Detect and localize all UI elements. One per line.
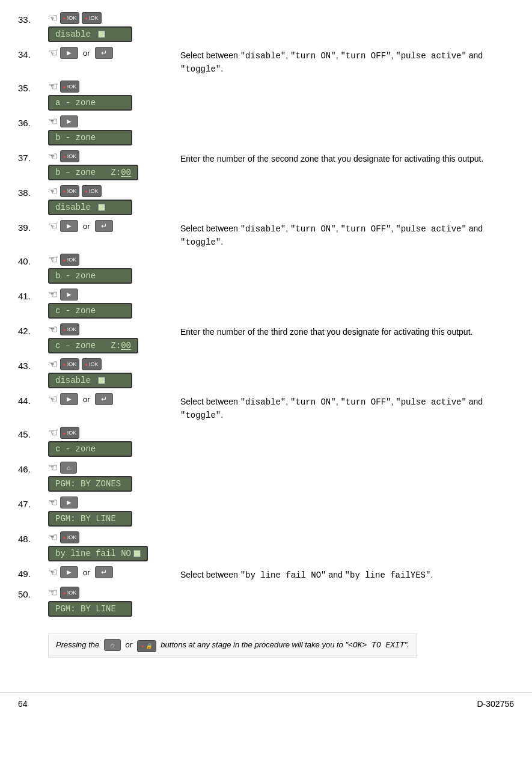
lcd-display-37: b – zone Z:00 [48,165,138,180]
step-widget-48: ☜ ● IOK by line fail NO [48,531,168,561]
finger-icon: ☜ [48,324,58,335]
note-home-button[interactable]: ⌂ [104,639,121,651]
enter-button[interactable]: ↵ [95,220,113,232]
arrow-right-button[interactable]: ► [60,220,78,232]
step-desc-34: Select between "disable", "turn ON", "tu… [168,47,514,76]
step-widget-44: ☜ ► or ↵ [48,393,168,406]
arrow-right-button[interactable]: ► [60,115,78,127]
ok-button[interactable]: ● IOK [60,587,79,599]
step-number-42: 42. [18,323,48,336]
checkbox-icon [98,377,105,384]
ok-button[interactable]: ● IOK [60,531,79,543]
note-lock-button[interactable]: ● 🔒 [137,640,156,652]
enter-button[interactable]: ↵ [95,393,113,405]
arrow-right-button[interactable]: ► [60,289,78,301]
ok-button-1[interactable]: ● IOK [60,358,79,370]
finger-icon: ☜ [48,81,58,92]
finger-icon: ☜ [48,221,58,231]
checkbox-icon [133,550,141,557]
home-button[interactable]: ⌂ [60,462,77,474]
finger-icon: ☜ [48,497,58,508]
step-number-44: 44. [18,393,48,406]
step-38: 38. ☜ ● IOK ● IOK disable [18,185,514,215]
icon-row-44: ☜ ► or ↵ [48,393,113,405]
arrow-right-button[interactable]: ► [60,47,78,59]
finger-icon: ☜ [48,359,58,370]
finger-icon: ☜ [48,151,58,162]
footer: 64 D-302756 [0,692,532,709]
lcd-display-45: c - zone [48,441,132,457]
step-37: 37. ☜ ● IOK b – zone Z:00 Enter the numb… [18,150,514,180]
step-number-36: 36. [18,115,48,128]
ok-button[interactable]: ● IOK [60,150,79,162]
ok-button-1[interactable]: ● IOK [60,12,79,24]
step-desc-42: Enter the number of the third zone that … [168,323,514,338]
finger-icon: ☜ [48,462,58,473]
step-39: 39. ☜ ► or ↵ Select between "disable", "… [18,220,514,249]
step-50: 50. ☜ ● IOK PGM: BY LINE [18,587,514,617]
step-desc-46 [168,462,514,464]
step-widget-41: ☜ ► c - zone [48,289,168,319]
lcd-display-38: disable [48,200,132,215]
step-widget-36: ☜ ► b - zone [48,115,168,145]
step-widget-49: ☜ ► or ↵ [48,566,168,579]
arrow-right-button[interactable]: ► [60,496,78,509]
step-desc-45 [168,427,514,429]
lcd-display-47: PGM: BY LINE [48,511,132,527]
step-desc-47 [168,496,514,499]
step-36: 36. ☜ ► b - zone [18,115,514,145]
step-43: 43. ☜ ● IOK ● IOK disable [18,358,514,388]
ok-button-1[interactable]: ● IOK [60,185,79,197]
step-number-41: 41. [18,289,48,301]
icon-row-39: ☜ ► or ↵ [48,220,113,232]
step-desc-39: Select between "disable", "turn ON", "tu… [168,220,514,249]
step-desc-50 [168,587,514,589]
step-desc-48 [168,531,514,534]
ok-button[interactable]: ● IOK [60,427,79,439]
finger-icon: ☜ [48,186,58,197]
finger-icon: ☜ [48,567,58,578]
step-widget-38: ☜ ● IOK ● IOK disable [48,185,168,215]
ok-button[interactable]: ● IOK [60,323,79,335]
icon-row-42: ☜ ● IOK [48,323,79,335]
step-33: 33. ☜ ● IOK ● IOK disable [18,12,514,42]
step-desc-43 [168,358,514,361]
icon-row-40: ☜ ● IOK [48,254,79,266]
step-widget-43: ☜ ● IOK ● IOK disable [48,358,168,388]
step-desc-40 [168,254,514,256]
lcd-display-33: disable [48,26,132,42]
step-44: 44. ☜ ► or ↵ Select between "disable", "… [18,393,514,422]
arrow-right-button[interactable]: ► [60,566,78,578]
ok-button-2[interactable]: ● IOK [82,358,101,370]
step-widget-46: ☜ ⌂ PGM: BY ZONES [48,462,168,492]
finger-icon: ☜ [48,47,58,58]
enter-button[interactable]: ↵ [95,566,113,578]
checkbox-icon [98,204,105,211]
or-label: or [83,395,90,404]
icon-row-50: ☜ ● IOK [48,587,79,599]
or-label: or [83,568,90,577]
lcd-display-43: disable [48,373,132,388]
finger-icon: ☜ [48,427,58,438]
enter-button[interactable]: ↵ [95,47,113,59]
step-widget-40: ☜ ● IOK b - zone [48,254,168,284]
finger-icon: ☜ [48,532,58,543]
ok-button[interactable]: ● IOK [60,254,79,266]
icon-row-33: ☜ ● IOK ● IOK [48,12,102,24]
ok-button-2[interactable]: ● IOK [82,185,101,197]
step-number-33: 33. [18,12,48,25]
step-46: 46. ☜ ⌂ PGM: BY ZONES [18,462,514,492]
step-widget-50: ☜ ● IOK PGM: BY LINE [48,587,168,617]
lcd-display-48: by line fail NO [48,546,148,561]
step-number-46: 46. [18,462,48,474]
ok-button-2[interactable]: ● IOK [82,12,101,24]
arrow-right-button[interactable]: ► [60,393,78,405]
finger-icon: ☜ [48,289,58,300]
ok-button[interactable]: ● IOK [60,81,79,93]
lcd-display-40: b - zone [48,268,132,284]
icon-row-45: ☜ ● IOK [48,427,79,439]
step-number-43: 43. [18,358,48,371]
step-40: 40. ☜ ● IOK b - zone [18,254,514,284]
lcd-display-41: c - zone [48,303,132,319]
step-widget-33: ☜ ● IOK ● IOK disable [48,12,168,42]
